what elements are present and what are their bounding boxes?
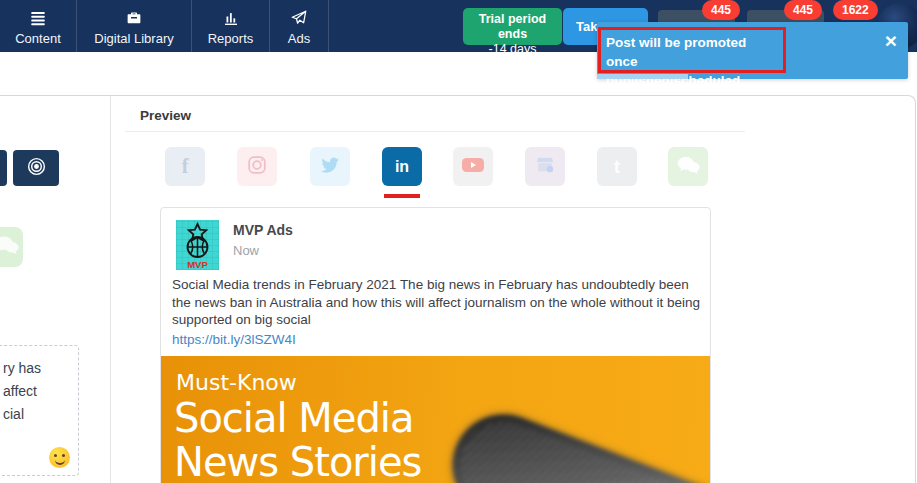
caption-editor-fragment[interactable]: ry has affect cial [0, 345, 79, 476]
annotation-highlight-box: Post will be promoted once published/sch… [598, 27, 786, 73]
caption-text-fragment: affect [3, 380, 41, 403]
trial-period-badge: Trial period ends -14 days [463, 8, 562, 45]
wechat-icon [0, 233, 20, 261]
briefcase-icon [124, 8, 144, 28]
post-link[interactable]: https://bit.ly/3lSZW4I [172, 332, 296, 347]
caption-text-fragment: ry has [3, 357, 41, 380]
facebook-icon: f [182, 155, 189, 178]
bar-chart-icon [221, 8, 241, 28]
emoji-picker-icon[interactable] [49, 447, 70, 468]
wechat-channel-tile[interactable] [0, 227, 23, 267]
active-tab-underline [384, 194, 420, 198]
toast-message-line1: Post will be promoted once [606, 33, 781, 71]
instagram-icon [246, 154, 268, 180]
tab-tumblr[interactable]: t [597, 147, 637, 186]
tab-google-my-business[interactable] [525, 147, 565, 186]
avatar-mvp-text: MVP [187, 259, 208, 270]
section-divider [125, 131, 745, 132]
post-image: Must-Know Social Media News Stories [161, 356, 710, 483]
microphone-windscreen-graphic [438, 399, 710, 483]
youtube-icon [461, 155, 485, 179]
nav-item-ads[interactable]: Ads [270, 0, 329, 52]
post-preview-card: MVP MVP Ads Now Social Media trends in F… [160, 207, 711, 483]
tab-youtube[interactable] [453, 147, 493, 186]
bullseye-icon [25, 155, 48, 182]
nav-label: Digital Library [94, 31, 173, 46]
notification-badge: 445 [784, 0, 822, 20]
content-list-icon [28, 8, 48, 28]
tab-twitter[interactable] [310, 147, 350, 186]
post-timestamp: Now [233, 243, 259, 258]
toast-progress-bar [597, 74, 688, 79]
storefront-icon [534, 154, 556, 180]
target-button[interactable] [13, 150, 59, 186]
image-headline-large: News Stories [174, 440, 421, 483]
nav-item-digital-library[interactable]: Digital Library [77, 0, 192, 52]
paper-plane-icon [289, 8, 309, 28]
left-toolbar-button-partial[interactable] [0, 150, 7, 186]
post-body-text: Social Media trends in February 2021 The… [172, 276, 704, 329]
page-avatar: MVP [176, 220, 219, 270]
top-nav: Content Digital Library Reports Ads [0, 0, 329, 52]
app-window: Content Digital Library Reports Ads [0, 0, 917, 483]
image-headline-small: Must-Know [176, 370, 297, 396]
linkedin-icon: in [395, 158, 409, 176]
trial-badge-line2: -14 days [463, 42, 562, 57]
tab-facebook[interactable]: f [165, 147, 205, 186]
tab-linkedin-active[interactable]: in [382, 147, 422, 186]
wechat-icon [676, 154, 701, 180]
twitter-bird-icon [319, 154, 341, 180]
tab-wechat[interactable] [668, 147, 708, 186]
notification-badge: 445 [702, 0, 740, 20]
vertical-divider [110, 96, 111, 483]
nav-item-content[interactable]: Content [0, 0, 77, 52]
tumblr-icon: t [614, 156, 620, 178]
nav-label: Content [15, 31, 61, 46]
notification-badge: 1622 [833, 0, 878, 20]
caption-text-fragment: cial [3, 403, 41, 426]
preview-section-title: Preview [140, 108, 191, 123]
tab-instagram[interactable] [237, 147, 277, 186]
nav-label: Ads [288, 31, 310, 46]
promotion-toast: Post will be promoted once published/sch… [597, 22, 908, 79]
close-icon[interactable]: × [885, 30, 897, 51]
post-author-name: MVP Ads [233, 222, 293, 238]
trial-badge-line1: Trial period ends [463, 12, 562, 42]
image-headline-large: Social Media [174, 396, 413, 440]
nav-label: Reports [208, 31, 254, 46]
nav-item-reports[interactable]: Reports [192, 0, 270, 52]
